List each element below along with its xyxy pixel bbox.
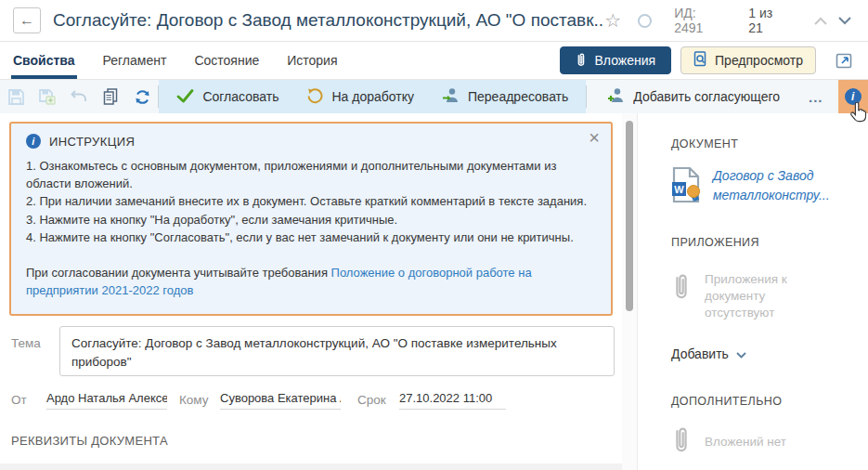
status-ring-icon[interactable] — [638, 14, 652, 28]
prev-item-button[interactable] — [810, 10, 831, 31]
approve-button-label: Согласовать — [202, 89, 279, 104]
preview-button-label: Предпросмотр — [715, 53, 803, 68]
forward-button-label: Переадресовать — [468, 89, 568, 104]
undo-circle-icon — [306, 87, 323, 107]
additional-section-header: ДОПОЛНИТЕЛЬНО — [671, 395, 868, 408]
add-approver-button[interactable]: Добавить согласующего — [587, 80, 794, 113]
attachments-add-button[interactable]: Добавить — [671, 346, 868, 361]
attachments-button-label: Вложения — [594, 53, 655, 68]
additional-empty-text: Вложений нет — [705, 434, 844, 450]
from-field[interactable]: Ардо Наталья Алексеевна — [46, 391, 167, 410]
attachments-section-header: ПРИЛОЖЕНИЯ — [671, 236, 868, 249]
paperclip-icon — [671, 271, 692, 307]
instruction-panel: i ИНСТРУКЦИЯ × 1. Ознакомьтесь с основны… — [9, 122, 613, 316]
horizontal-scrollbar[interactable] — [0, 463, 622, 470]
open-in-window-button[interactable] — [833, 49, 855, 72]
requisites-section-header: РЕКВИЗИТЫ ДОКУМЕНТА — [11, 434, 168, 448]
tab-properties[interactable]: Свойства — [13, 42, 75, 79]
svg-text:W: W — [674, 184, 684, 195]
next-item-button[interactable] — [835, 10, 855, 31]
to-label: Кому — [179, 393, 209, 407]
tab-bar: Свойства Регламент Состояние История Вло… — [0, 42, 868, 80]
attachments-button[interactable]: Вложения — [560, 46, 671, 74]
save-button[interactable] — [0, 80, 32, 113]
tab-regulation[interactable]: Регламент — [103, 42, 167, 79]
favorite-star-icon[interactable]: ☆ — [604, 11, 621, 30]
instruction-line: 3. Нажмите на кнопку "На доработку", есл… — [26, 211, 596, 228]
document-item[interactable]: W Договор с Завод металлоконстру... — [671, 166, 868, 207]
add-button-label: Добавить — [671, 346, 729, 361]
back-icon: ← — [19, 12, 34, 29]
action-toolbar: Согласовать На доработку Переадресовать … — [0, 80, 868, 113]
preview-doc-icon — [693, 51, 707, 70]
tab-state[interactable]: Состояние — [194, 42, 259, 79]
document-id: ИД: 2491 — [674, 6, 728, 35]
pager-position: 1 из 21 — [748, 6, 790, 35]
document-section-header: ДОКУМЕНТ — [671, 137, 868, 150]
person-plus-icon — [607, 87, 625, 106]
deadline-field[interactable]: 27.10.2022 11:00 — [399, 391, 506, 410]
instruction-line: 2. При наличии замечаний внесите их в до… — [26, 192, 596, 210]
vertical-scrollbar-track[interactable] — [622, 113, 637, 470]
word-document-icon: W — [671, 166, 701, 207]
additional-empty-row: Вложений нет — [671, 424, 868, 460]
chevron-down-icon — [736, 346, 746, 361]
page-title: Согласуйте: Договор с Завод металлоконст… — [53, 10, 604, 31]
subject-field[interactable]: Согласуйте: Договор с Завод металлоконст… — [59, 326, 615, 376]
check-icon — [176, 88, 194, 106]
main-content: i ИНСТРУКЦИЯ × 1. Ознакомьтесь с основны… — [0, 113, 622, 470]
attachments-sidebar: ДОКУМЕНТ W Договор с Завод металлоконстр… — [637, 113, 868, 470]
instruction-footer: При согласовании документа учитывайте тр… — [26, 264, 596, 299]
forward-button[interactable]: Переадресовать — [428, 80, 582, 113]
attachments-empty-text: Приложения к документу отсутствуют — [705, 271, 814, 322]
instruction-info-icon: i — [26, 134, 41, 149]
window-header: ← Согласуйте: Договор с Завод металлокон… — [0, 0, 868, 42]
more-actions-button[interactable]: ... — [794, 80, 838, 113]
instruction-footer-text: При согласовании документа учитывайте тр… — [26, 266, 331, 280]
attachments-empty-row: Приложения к документу отсутствуют — [671, 271, 868, 322]
hand-cursor — [849, 102, 867, 126]
vertical-scrollbar-thumb[interactable] — [626, 121, 633, 311]
primary-actions-band: Согласовать На доработку Переадресовать — [159, 80, 586, 113]
instruction-body: 1. Ознакомьтесь с основным документом, п… — [26, 157, 596, 246]
instruction-title: ИНСТРУКЦИЯ — [49, 135, 135, 149]
approve-button[interactable]: Согласовать — [162, 80, 292, 113]
document-link[interactable]: Договор с Завод металлоконстру... — [713, 166, 852, 205]
copy-button[interactable] — [95, 80, 126, 113]
rework-button[interactable]: На доработку — [292, 80, 428, 113]
instruction-line: 4. Нажмите на кнопку "Согласовать", если… — [26, 228, 596, 246]
deadline-label: Срок — [357, 393, 386, 407]
person-forward-icon — [442, 87, 460, 106]
instruction-line: 1. Ознакомьтесь с основным документом, п… — [26, 157, 596, 192]
tab-history[interactable]: История — [287, 42, 337, 79]
add-approver-button-label: Добавить согласующего — [633, 89, 780, 104]
refresh-button[interactable] — [126, 80, 158, 113]
undo-button[interactable] — [63, 80, 95, 113]
paperclip-icon — [671, 424, 692, 460]
from-label: От — [11, 393, 27, 407]
subject-label: Тема — [11, 336, 41, 350]
rework-button-label: На доработку — [331, 89, 414, 104]
task-window: ← Согласуйте: Договор с Завод металлокон… — [0, 0, 868, 470]
save-and-create-button[interactable] — [32, 80, 63, 113]
instruction-info-button[interactable]: i — [838, 80, 868, 113]
preview-button[interactable]: Предпросмотр — [680, 46, 816, 74]
back-button[interactable]: ← — [13, 7, 41, 33]
to-field[interactable]: Суворова Екатерина Ан — [220, 391, 341, 410]
instruction-close-icon[interactable]: × — [589, 128, 600, 147]
paperclip-icon — [576, 52, 586, 70]
